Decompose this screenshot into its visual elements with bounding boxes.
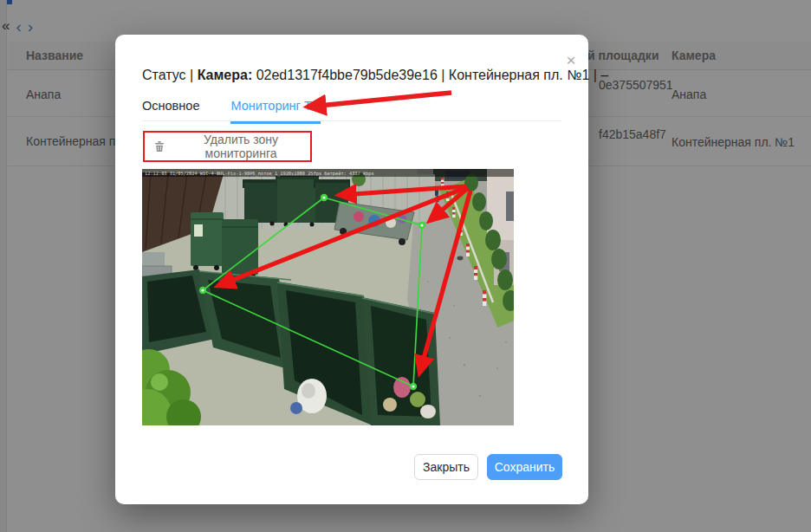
camera-status-modal: × Статус | Камера: 02ed1317f4bbe79b5de39… [115, 35, 588, 504]
trash-icon [154, 140, 165, 152]
save-button[interactable]: Сохранить [487, 454, 562, 480]
zone-vertex[interactable] [410, 383, 417, 390]
zone-vertex[interactable] [321, 194, 328, 201]
delete-zone-label: Удалить зону мониторинга [172, 133, 310, 160]
dog [457, 256, 464, 261]
zone-vertex[interactable] [418, 222, 425, 229]
building-window [506, 191, 514, 221]
modal-title: Статус | Камера: 02ed1317f4bbe79b5de39e1… [142, 68, 608, 83]
zone-vertex[interactable] [199, 287, 206, 294]
delete-zone-button[interactable]: Удалить зону мониторинга [145, 133, 310, 160]
title-rest: 02ed1317f4bbe79b5de39e16 | Контейнерная … [252, 68, 608, 82]
annotation-red-box: Удалить зону мониторинга [143, 131, 312, 162]
close-button[interactable]: Закрыть [414, 454, 478, 480]
title-camera-label: Камера: [198, 68, 253, 82]
osd-text: 12:12:03 31/05/2024 WIC-4-BUL-Fix-1-90P6… [145, 171, 374, 177]
camera-zone-editor[interactable]: 12:12:03 31/05/2024 WIC-4-BUL-Fix-1-90P6… [142, 169, 514, 425]
camera-frame: 12:12:03 31/05/2024 WIC-4-BUL-Fix-1-90P6… [142, 169, 514, 425]
tabs-divider [142, 120, 561, 121]
title-prefix: Статус | [142, 68, 198, 82]
app-root: « ‹ › Название й площадки Камера Анапа 0… [0, 0, 811, 532]
